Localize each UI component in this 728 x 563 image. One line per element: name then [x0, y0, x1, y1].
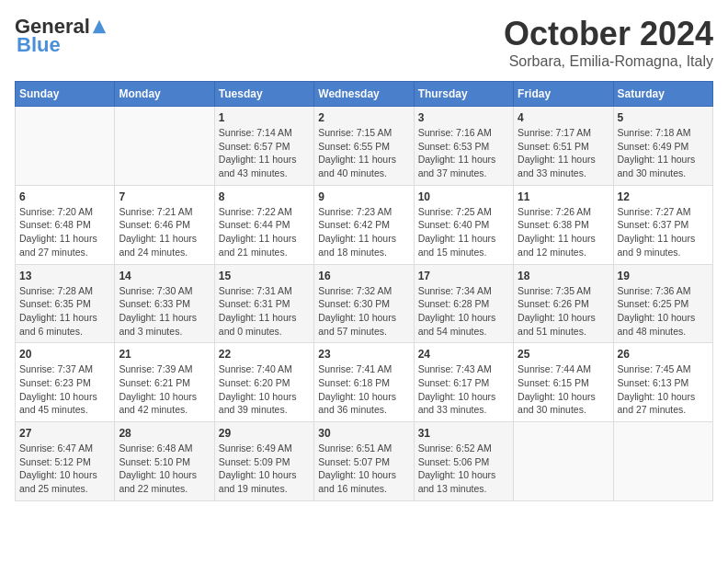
calendar-cell: 21Sunrise: 7:39 AM Sunset: 6:21 PM Dayli…	[115, 343, 214, 422]
day-info: Sunrise: 7:45 AM Sunset: 6:13 PM Dayligh…	[618, 362, 709, 417]
day-info: Sunrise: 7:31 AM Sunset: 6:31 PM Dayligh…	[219, 284, 310, 339]
calendar-week-row: 1Sunrise: 7:14 AM Sunset: 6:57 PM Daylig…	[16, 107, 713, 186]
calendar-cell: 11Sunrise: 7:26 AM Sunset: 6:38 PM Dayli…	[514, 185, 613, 264]
calendar-cell: 22Sunrise: 7:40 AM Sunset: 6:20 PM Dayli…	[214, 343, 313, 422]
calendar-cell: 23Sunrise: 7:41 AM Sunset: 6:18 PM Dayli…	[314, 343, 414, 422]
day-info: Sunrise: 6:49 AM Sunset: 5:09 PM Dayligh…	[219, 442, 310, 496]
day-number: 22	[219, 348, 310, 361]
day-info: Sunrise: 7:36 AM Sunset: 6:25 PM Dayligh…	[618, 284, 709, 339]
day-number: 12	[618, 190, 709, 203]
day-number: 5	[618, 111, 709, 124]
day-info: Sunrise: 7:40 AM Sunset: 6:20 PM Dayligh…	[219, 362, 310, 417]
calendar-cell: 2Sunrise: 7:15 AM Sunset: 6:55 PM Daylig…	[314, 107, 414, 186]
day-number: 15	[219, 270, 310, 282]
calendar-week-row: 13Sunrise: 7:28 AM Sunset: 6:35 PM Dayli…	[16, 264, 713, 343]
day-number: 24	[418, 348, 509, 361]
calendar-cell: 20Sunrise: 7:37 AM Sunset: 6:23 PM Dayli…	[16, 343, 115, 422]
day-number: 18	[518, 270, 609, 282]
day-info: Sunrise: 7:23 AM Sunset: 6:42 PM Dayligh…	[318, 205, 409, 259]
day-info: Sunrise: 7:28 AM Sunset: 6:35 PM Dayligh…	[19, 284, 110, 339]
calendar-cell	[613, 422, 712, 501]
day-number: 13	[19, 270, 110, 282]
logo: General Blue	[15, 15, 108, 57]
day-number: 26	[618, 348, 709, 361]
weekday-header: Saturday	[613, 82, 712, 107]
calendar-week-row: 6Sunrise: 7:20 AM Sunset: 6:48 PM Daylig…	[16, 185, 713, 264]
day-number: 19	[618, 270, 709, 282]
calendar-cell: 24Sunrise: 7:43 AM Sunset: 6:17 PM Dayli…	[414, 343, 513, 422]
calendar-cell: 18Sunrise: 7:35 AM Sunset: 6:26 PM Dayli…	[514, 264, 613, 343]
day-info: Sunrise: 6:51 AM Sunset: 5:07 PM Dayligh…	[318, 442, 409, 496]
calendar-cell: 16Sunrise: 7:32 AM Sunset: 6:30 PM Dayli…	[314, 264, 414, 343]
day-info: Sunrise: 7:30 AM Sunset: 6:33 PM Dayligh…	[119, 284, 210, 339]
calendar-cell: 7Sunrise: 7:21 AM Sunset: 6:46 PM Daylig…	[115, 185, 214, 264]
calendar-cell: 26Sunrise: 7:45 AM Sunset: 6:13 PM Dayli…	[613, 343, 712, 422]
calendar-cell: 25Sunrise: 7:44 AM Sunset: 6:15 PM Dayli…	[514, 343, 613, 422]
day-number: 29	[219, 427, 310, 440]
calendar-cell: 13Sunrise: 7:28 AM Sunset: 6:35 PM Dayli…	[16, 264, 115, 343]
day-number: 28	[119, 427, 210, 440]
calendar-cell: 8Sunrise: 7:22 AM Sunset: 6:44 PM Daylig…	[214, 185, 313, 264]
day-number: 16	[318, 270, 409, 282]
logo-blue-text: Blue	[17, 33, 61, 57]
location-text: Sorbara, Emilia-Romagna, Italy	[504, 53, 713, 70]
day-number: 11	[518, 190, 609, 203]
month-title: October 2024	[504, 15, 713, 53]
day-info: Sunrise: 7:37 AM Sunset: 6:23 PM Dayligh…	[19, 362, 110, 417]
calendar-cell: 19Sunrise: 7:36 AM Sunset: 6:25 PM Dayli…	[613, 264, 712, 343]
day-info: Sunrise: 7:20 AM Sunset: 6:48 PM Dayligh…	[19, 205, 110, 259]
day-number: 31	[418, 427, 509, 440]
day-info: Sunrise: 7:44 AM Sunset: 6:15 PM Dayligh…	[518, 362, 609, 417]
day-number: 3	[418, 111, 509, 124]
day-info: Sunrise: 7:14 AM Sunset: 6:57 PM Dayligh…	[219, 126, 310, 180]
calendar-cell: 5Sunrise: 7:18 AM Sunset: 6:49 PM Daylig…	[613, 107, 712, 186]
day-number: 30	[318, 427, 409, 440]
day-number: 21	[119, 348, 210, 361]
day-info: Sunrise: 7:32 AM Sunset: 6:30 PM Dayligh…	[318, 284, 409, 339]
day-info: Sunrise: 7:34 AM Sunset: 6:28 PM Dayligh…	[418, 284, 509, 339]
calendar-cell: 14Sunrise: 7:30 AM Sunset: 6:33 PM Dayli…	[115, 264, 214, 343]
day-number: 4	[518, 111, 609, 124]
calendar-cell: 9Sunrise: 7:23 AM Sunset: 6:42 PM Daylig…	[314, 185, 414, 264]
calendar-cell	[115, 107, 214, 186]
page-header: General Blue October 2024 Sorbara, Emili…	[15, 15, 713, 70]
day-info: Sunrise: 7:27 AM Sunset: 6:37 PM Dayligh…	[618, 205, 709, 259]
calendar-cell: 29Sunrise: 6:49 AM Sunset: 5:09 PM Dayli…	[214, 422, 313, 501]
day-number: 9	[318, 190, 409, 203]
calendar-week-row: 20Sunrise: 7:37 AM Sunset: 6:23 PM Dayli…	[16, 343, 713, 422]
day-number: 27	[19, 427, 110, 440]
calendar-cell	[514, 422, 613, 501]
day-number: 8	[219, 190, 310, 203]
calendar-cell: 6Sunrise: 7:20 AM Sunset: 6:48 PM Daylig…	[16, 185, 115, 264]
day-info: Sunrise: 7:25 AM Sunset: 6:40 PM Dayligh…	[418, 205, 509, 259]
calendar-cell	[16, 107, 115, 186]
weekday-header: Friday	[514, 82, 613, 107]
day-number: 2	[318, 111, 409, 124]
calendar-cell: 12Sunrise: 7:27 AM Sunset: 6:37 PM Dayli…	[613, 185, 712, 264]
day-info: Sunrise: 7:41 AM Sunset: 6:18 PM Dayligh…	[318, 362, 409, 417]
day-number: 17	[418, 270, 509, 282]
title-block: October 2024 Sorbara, Emilia-Romagna, It…	[504, 15, 713, 70]
calendar-cell: 1Sunrise: 7:14 AM Sunset: 6:57 PM Daylig…	[214, 107, 313, 186]
weekday-header: Thursday	[414, 82, 513, 107]
day-info: Sunrise: 7:17 AM Sunset: 6:51 PM Dayligh…	[518, 126, 609, 180]
day-info: Sunrise: 7:16 AM Sunset: 6:53 PM Dayligh…	[418, 126, 509, 180]
day-info: Sunrise: 7:39 AM Sunset: 6:21 PM Dayligh…	[119, 362, 210, 417]
day-number: 20	[19, 348, 110, 361]
weekday-header: Wednesday	[314, 82, 414, 107]
day-info: Sunrise: 6:52 AM Sunset: 5:06 PM Dayligh…	[418, 442, 509, 496]
day-info: Sunrise: 7:35 AM Sunset: 6:26 PM Dayligh…	[518, 284, 609, 339]
weekday-header: Sunday	[16, 82, 115, 107]
logo-icon	[91, 18, 108, 35]
calendar-cell: 28Sunrise: 6:48 AM Sunset: 5:10 PM Dayli…	[115, 422, 214, 501]
day-number: 14	[119, 270, 210, 282]
day-number: 25	[518, 348, 609, 361]
calendar-cell: 10Sunrise: 7:25 AM Sunset: 6:40 PM Dayli…	[414, 185, 513, 264]
day-info: Sunrise: 7:15 AM Sunset: 6:55 PM Dayligh…	[318, 126, 409, 180]
calendar-cell: 31Sunrise: 6:52 AM Sunset: 5:06 PM Dayli…	[414, 422, 513, 501]
day-number: 10	[418, 190, 509, 203]
day-number: 6	[19, 190, 110, 203]
calendar-cell: 27Sunrise: 6:47 AM Sunset: 5:12 PM Dayli…	[16, 422, 115, 501]
calendar-cell: 30Sunrise: 6:51 AM Sunset: 5:07 PM Dayli…	[314, 422, 414, 501]
calendar-cell: 4Sunrise: 7:17 AM Sunset: 6:51 PM Daylig…	[514, 107, 613, 186]
